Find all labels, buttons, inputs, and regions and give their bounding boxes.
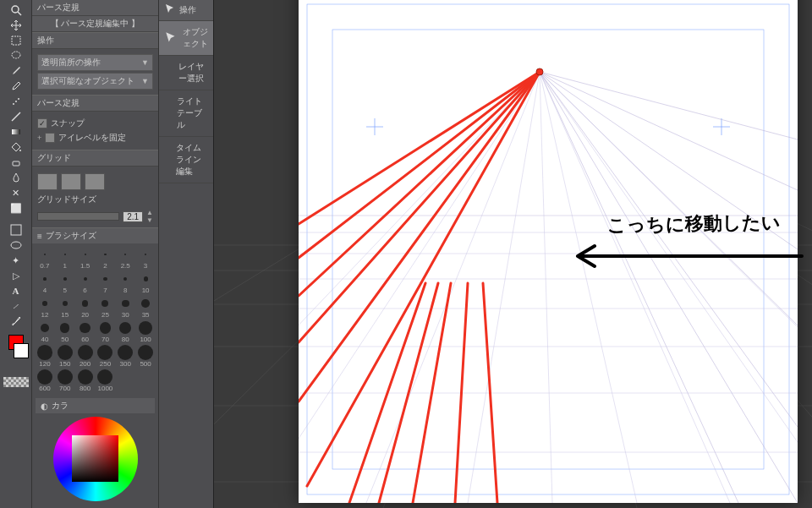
color-panel: ◐ カラ — [32, 395, 158, 508]
ellipse-icon[interactable] — [9, 238, 23, 252]
move-icon[interactable] — [9, 19, 23, 32]
canvas-area[interactable]: こっちに移動したい — [214, 0, 812, 508]
transparent-op-dropdown[interactable]: 透明箇所の操作 ▼ — [37, 54, 153, 71]
brush-size-12[interactable]: 12 — [36, 296, 54, 319]
brush-size-120[interactable]: 120 — [36, 345, 54, 368]
svg-line-7 — [12, 112, 20, 121]
svg-point-4 — [13, 103, 14, 105]
brush-size-50[interactable]: 50 — [56, 320, 74, 343]
brush-size-6[interactable]: 6 — [76, 271, 95, 294]
brush-size-5[interactable]: 5 — [56, 271, 74, 294]
grid-btn-3[interactable] — [85, 173, 105, 190]
lasso-icon[interactable] — [9, 49, 23, 63]
brush-icon[interactable] — [9, 79, 23, 93]
brush-size-7[interactable]: 7 — [96, 271, 115, 294]
line-icon[interactable] — [9, 110, 23, 123]
selectable-object-dropdown[interactable]: 選択可能なオブジェクト ▼ — [37, 73, 153, 90]
brush-size-150[interactable]: 150 — [56, 345, 74, 368]
subtool-head-label: 操作 — [179, 4, 196, 16]
eyelevel-label: アイレベルを固定 — [58, 132, 126, 144]
triangle-icon[interactable]: ▷ — [9, 269, 23, 282]
background-swatch[interactable] — [14, 343, 29, 358]
brush-size-80[interactable]: 80 — [116, 320, 134, 343]
brush-size-header: ブラシサイズ — [46, 230, 96, 242]
brush-size-1[interactable]: 1 — [56, 247, 74, 270]
gradient-icon[interactable] — [9, 125, 23, 139]
brush-size-20[interactable]: 20 — [76, 296, 95, 319]
brush-size-250[interactable]: 250 — [96, 345, 115, 368]
dropdown-label: 選択可能なオブジェクト — [41, 75, 134, 87]
timeline-icon — [164, 152, 171, 167]
stepper-icon[interactable]: ▲▼ — [146, 209, 153, 224]
brush-size-15[interactable]: 15 — [56, 296, 74, 319]
color-square[interactable] — [72, 435, 118, 482]
brush-size-2.5[interactable]: 2.5 — [116, 247, 134, 270]
rect-select-icon[interactable] — [9, 223, 23, 237]
eyelevel-checkbox[interactable] — [45, 133, 55, 143]
brush-size-700[interactable]: 700 — [56, 369, 74, 392]
svg-line-47 — [540, 72, 552, 503]
svg-line-45 — [366, 72, 540, 503]
eyedropper-icon[interactable] — [9, 314, 23, 328]
grid-size-slider[interactable] — [37, 212, 119, 221]
brush-size-800[interactable]: 800 — [76, 369, 95, 392]
ruler-angle-icon[interactable]: ✕ — [9, 186, 23, 199]
fill-icon[interactable] — [9, 140, 23, 154]
brush-size-8[interactable]: 8 — [116, 271, 134, 294]
brush-size-1.5[interactable]: 1.5 — [76, 247, 95, 270]
eraser-icon[interactable] — [9, 156, 23, 169]
brush-size-10[interactable]: 10 — [136, 271, 155, 294]
svg-rect-11 — [11, 225, 21, 235]
svg-line-34 — [540, 72, 738, 503]
editing-banner: 【 パース定規編集中 】 — [32, 16, 158, 32]
menu-icon[interactable]: ≡ — [37, 232, 42, 241]
grid-btn-1[interactable] — [37, 173, 58, 190]
airbrush-icon[interactable] — [9, 95, 23, 108]
transparent-swatch[interactable] — [3, 377, 29, 387]
subtool-layers[interactable]: レイヤー選択 — [159, 56, 213, 90]
subtool-timeline[interactable]: タイムライン編集 — [159, 137, 213, 183]
subtool-label: レイヤー選択 — [178, 61, 208, 85]
zoom-icon[interactable] — [9, 3, 23, 17]
snap-checkbox[interactable]: ✓ — [37, 118, 47, 128]
chevron-down-icon: ▼ — [141, 58, 149, 67]
brush-size-100[interactable]: 100 — [136, 320, 155, 343]
text-icon[interactable]: A — [9, 284, 23, 298]
perspective-header: パース定規 — [32, 95, 158, 112]
expand-icon[interactable]: + — [37, 134, 41, 142]
select-icon[interactable] — [9, 34, 23, 47]
blend-icon[interactable] — [9, 171, 23, 184]
panel-tab[interactable]: パース定規 — [32, 0, 158, 16]
brush-size-0.7[interactable]: 0.7 — [36, 247, 54, 270]
brush-size-30[interactable]: 30 — [116, 296, 134, 319]
grid-size-value[interactable]: 2.1 — [123, 211, 143, 222]
brush-size-2[interactable]: 2 — [96, 247, 115, 270]
subtool-light[interactable]: ライトテーブル — [159, 90, 213, 137]
brush-size-35[interactable]: 35 — [136, 296, 155, 319]
brush-size-60[interactable]: 60 — [76, 320, 95, 343]
pen-icon[interactable] — [9, 64, 23, 78]
brush-size-200[interactable]: 200 — [76, 345, 95, 368]
grid-size-label: グリッドサイズ — [37, 194, 153, 205]
brush-size-panel: ≡ ブラシサイズ 0.711.522.534567810121520253035… — [32, 227, 158, 395]
property-panel: パース定規 【 パース定規編集中 】 操作 透明箇所の操作 ▼ 選択可能なオブジ… — [32, 0, 159, 508]
light-icon — [164, 106, 172, 121]
svg-line-49 — [540, 72, 730, 503]
subtool-cursor[interactable]: オブジェクト — [159, 21, 213, 56]
brush-size-300[interactable]: 300 — [116, 345, 134, 368]
wand-icon[interactable]: ✦ — [9, 254, 23, 267]
shape-icon[interactable]: ⬜ — [9, 201, 23, 215]
svg-rect-10 — [13, 161, 19, 166]
brush-size-70[interactable]: 70 — [96, 320, 115, 343]
svg-point-0 — [12, 6, 19, 13]
brush-size-500[interactable]: 500 — [136, 345, 155, 368]
brush-size-600[interactable]: 600 — [36, 369, 54, 392]
ruler-icon[interactable]: ⟋ — [9, 299, 23, 313]
brush-size-1000[interactable]: 1000 — [96, 369, 115, 392]
brush-size-40[interactable]: 40 — [36, 320, 54, 343]
brush-size-3[interactable]: 3 — [136, 247, 155, 270]
brush-size-25[interactable]: 25 — [96, 296, 115, 319]
brush-size-4[interactable]: 4 — [36, 271, 54, 294]
grid-btn-2[interactable] — [61, 173, 81, 190]
subtool-label: タイムライン編集 — [176, 142, 208, 178]
